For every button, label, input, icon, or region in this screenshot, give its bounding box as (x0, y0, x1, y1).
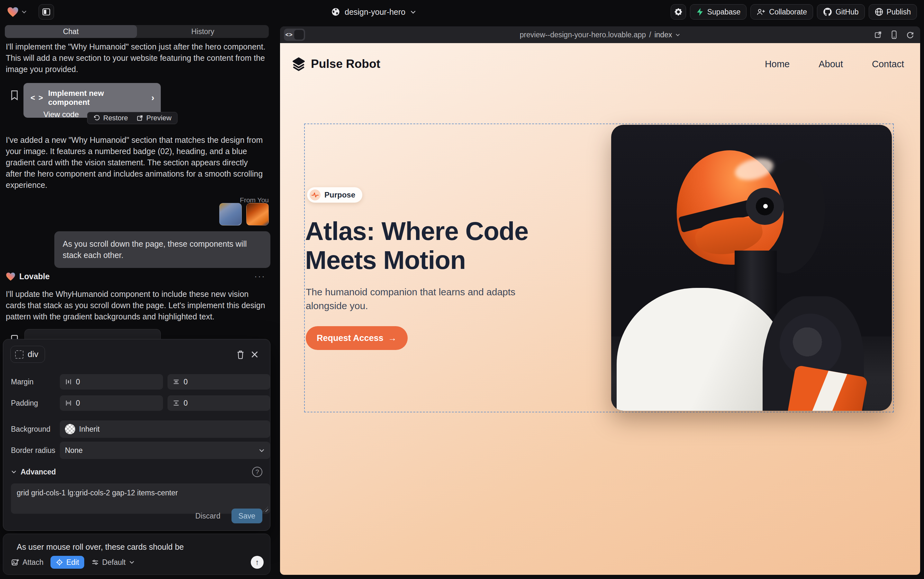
purpose-badge-label: Purpose (325, 190, 355, 200)
message-menu-button[interactable]: ··· (254, 272, 266, 281)
hero-heading-line1: Atlas: Where Code (305, 217, 528, 246)
close-inspector-button[interactable] (248, 347, 262, 361)
project-name: design-your-hero (344, 7, 405, 17)
send-button[interactable]: ↑ (251, 556, 264, 569)
attach-button[interactable]: Attach (11, 558, 43, 567)
sliders-icon (91, 558, 99, 566)
toggle-knob (294, 30, 304, 39)
margin-x-input[interactable]: 0 (60, 374, 163, 389)
topbar: design-your-hero Supabase Collaborate Gi… (0, 0, 924, 24)
selected-element-chip[interactable]: div (10, 346, 45, 363)
preview-page: index (654, 31, 672, 39)
assistant-header: Lovable ··· (6, 272, 266, 281)
margin-y-value: 0 (184, 378, 188, 386)
tab-history[interactable]: History (137, 25, 269, 38)
preview-pane: <> preview--design-your-hero.lovable.app… (280, 26, 920, 575)
advanced-section-toggle[interactable]: Advanced ? (3, 467, 270, 477)
publish-button[interactable]: Publish (869, 4, 917, 20)
app-window: design-your-hero Supabase Collaborate Gi… (0, 0, 924, 579)
collaborate-icon (756, 8, 766, 16)
model-mode-select[interactable]: Default (91, 558, 135, 567)
save-button[interactable]: Save (232, 509, 262, 523)
border-radius-select[interactable]: None (60, 442, 270, 459)
settings-button[interactable] (671, 4, 686, 20)
code-icon: < > (31, 93, 44, 102)
open-external-button[interactable] (874, 31, 882, 39)
lovable-heart-icon (7, 7, 19, 17)
target-icon (56, 558, 63, 566)
padding-y-input[interactable]: 0 (168, 395, 270, 411)
preview-url-bar[interactable]: preview--design-your-hero.lovable.app / … (520, 31, 681, 39)
transparency-swatch-icon (65, 424, 75, 434)
delete-element-button[interactable] (233, 347, 248, 361)
background-input[interactable]: Inherit (60, 420, 270, 438)
chevron-down-icon (675, 33, 680, 37)
supabase-button[interactable]: Supabase (690, 4, 747, 20)
site-brand[interactable]: Pulse Robot (292, 57, 380, 71)
margin-y-input[interactable]: 0 (168, 374, 270, 389)
url-separator: / (649, 31, 651, 39)
restore-button[interactable]: Restore (93, 114, 128, 122)
pulse-icon (310, 190, 320, 200)
restore-label: Restore (103, 114, 128, 122)
attachment-thumbnail-blue[interactable] (219, 203, 242, 226)
lovable-logo-menu[interactable] (7, 7, 27, 17)
edit-label: Edit (66, 558, 79, 567)
margin-label: Margin (3, 378, 60, 386)
discard-button[interactable]: Discard (196, 512, 220, 520)
robot-arm-joint (780, 314, 841, 377)
publish-label: Publish (887, 8, 911, 16)
hero-robot-image (611, 125, 892, 411)
preview-chrome: <> preview--design-your-hero.lovable.app… (280, 26, 920, 43)
nav-link-contact[interactable]: Contact (872, 59, 904, 69)
chat-composer[interactable]: As user mouse roll over, these cards sho… (3, 534, 270, 575)
attachment-thumbnail-orange[interactable] (246, 203, 269, 226)
advanced-label: Advanced (21, 468, 56, 476)
nav-link-about[interactable]: About (818, 59, 843, 69)
margin-x-value: 0 (76, 378, 80, 386)
edit-mode-button[interactable]: Edit (51, 556, 84, 569)
refresh-button[interactable] (906, 31, 914, 39)
assistant-message: I've added a new "Why Humanoid" section … (6, 134, 266, 191)
help-icon[interactable]: ? (252, 467, 262, 477)
resize-handle[interactable] (263, 507, 268, 512)
code-view-toggle[interactable]: <> (284, 29, 305, 41)
hero-heading: Atlas: Where Code Meets Motion (305, 217, 528, 275)
github-label: GitHub (836, 8, 859, 16)
close-icon (251, 351, 258, 358)
site-brand-name: Pulse Robot (311, 57, 380, 71)
tab-chat[interactable]: Chat (5, 25, 137, 38)
robot-eye-glint (763, 204, 768, 208)
github-button[interactable]: GitHub (817, 4, 865, 20)
sidebar-toggle-button[interactable] (39, 4, 54, 20)
background-label: Background (3, 425, 60, 433)
chevron-down-icon (129, 560, 135, 564)
request-access-button[interactable]: Request Access → (306, 326, 408, 350)
preview-button[interactable]: Preview (136, 114, 171, 122)
project-switcher[interactable]: design-your-hero (331, 0, 416, 24)
github-icon (823, 7, 832, 16)
mobile-view-button[interactable] (891, 30, 898, 39)
chevron-down-icon (410, 10, 416, 14)
collaborate-label: Collaborate (769, 8, 807, 16)
horizontal-padding-icon (65, 399, 72, 407)
restore-icon (93, 114, 100, 122)
mode-label: Default (102, 558, 126, 567)
attach-label: Attach (23, 558, 43, 567)
supabase-label: Supabase (707, 8, 741, 16)
nav-link-home[interactable]: Home (765, 59, 790, 69)
chevron-down-icon (258, 448, 265, 453)
lovable-heart-icon (6, 272, 15, 281)
bookmark-icon[interactable] (10, 90, 19, 100)
supabase-icon (696, 8, 704, 16)
padding-label: Padding (3, 399, 60, 407)
border-radius-label: Border radius (3, 446, 60, 455)
collaborate-button[interactable]: Collaborate (750, 4, 813, 20)
attachment-thumbnails (219, 203, 269, 226)
version-actions: Restore Preview (87, 112, 178, 124)
padding-x-input[interactable]: 0 (60, 395, 163, 411)
globe-icon (331, 7, 340, 16)
layers-logo-icon (292, 57, 306, 71)
user-message-bubble: As you scroll down the page, these compo… (54, 231, 270, 268)
composer-input[interactable]: As user mouse roll over, these cards sho… (17, 542, 184, 552)
